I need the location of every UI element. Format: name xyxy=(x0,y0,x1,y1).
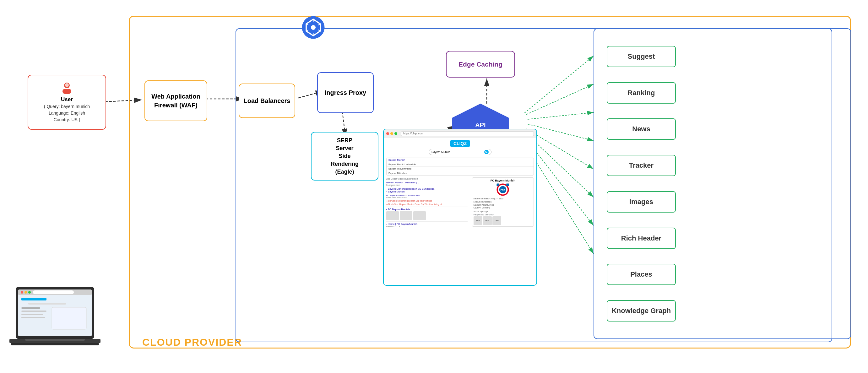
service-ranking: Ranking xyxy=(607,82,676,104)
user-title: User xyxy=(61,96,73,103)
svg-point-31 xyxy=(25,291,27,293)
svg-point-19 xyxy=(486,151,487,153)
svg-point-5 xyxy=(311,25,316,30)
svg-rect-37 xyxy=(21,311,46,312)
browser-address-bar: https://cliqz.com xyxy=(401,131,534,136)
cliqz-logo-area: CLIQZ xyxy=(386,140,534,147)
service-knowledge-graph-label: Knowledge Graph xyxy=(612,307,671,315)
serp-box: SERPServerSideRendering(Eagle) xyxy=(311,132,378,181)
svg-rect-34 xyxy=(21,298,46,301)
laptop-illustration xyxy=(6,284,104,354)
result-item-3: FC Bayern Munich — Saison 2017... Latest… xyxy=(386,194,468,198)
ingress-proxy-box: Ingress Proxy xyxy=(317,72,374,113)
user-box: User ( Query: bayern munichLanguage: Eng… xyxy=(28,75,106,130)
svg-point-14 xyxy=(65,83,69,87)
suggestion-3: Bayern vs Dortmund xyxy=(386,167,533,171)
service-ranking-label: Ranking xyxy=(628,89,655,97)
search-button[interactable] xyxy=(484,150,489,154)
service-images-label: Images xyxy=(629,198,653,206)
search-query: Bayern Munich xyxy=(432,150,450,154)
suggestion-4: Bayern München xyxy=(386,171,533,175)
service-news-label: News xyxy=(632,125,650,133)
service-rich-header-label: Rich Header xyxy=(621,234,661,242)
search-results-left: Alle Bilder Videos Nachrichten Bayern Mu… xyxy=(386,177,468,227)
suggestion-1: Bayern Munich xyxy=(386,158,533,162)
browser-dot-red xyxy=(386,132,389,135)
service-news: News xyxy=(607,118,676,140)
fc-social: Social: f yt in g+ xyxy=(473,210,532,213)
svg-rect-25 xyxy=(497,183,499,186)
result-item-2: • Bayern Mönchengladbach 0:2 Bundesliga … xyxy=(386,187,468,193)
svg-rect-35 xyxy=(28,303,66,305)
suggestions-dropdown: Bayern Munich Bayern Munich schedule Bay… xyxy=(386,158,534,176)
svg-line-20 xyxy=(487,152,487,153)
result-item-5: ● North Sea: Bayern Munich Down On 7th o… xyxy=(386,203,468,205)
waf-label: Web Application Firewall (WAF) xyxy=(145,92,207,110)
result-item-4: ● Borussia Mönchengladbach 2:1 other lis… xyxy=(386,200,468,202)
fc-title: FC Bayern Munich xyxy=(473,179,532,182)
ingress-proxy-label: Ingress Proxy xyxy=(325,88,366,97)
lb-label: Load Balancers xyxy=(244,96,290,105)
edge-caching-label: Edge Caching xyxy=(459,61,502,68)
svg-rect-42 xyxy=(25,339,85,341)
k8s-logo xyxy=(302,16,325,39)
service-images: Images xyxy=(607,191,676,213)
browser-dot-yellow xyxy=(390,132,393,135)
service-tracker: Tracker xyxy=(607,155,676,176)
waf-box: Web Application Firewall (WAF) xyxy=(145,81,207,121)
services-panel: Suggest Ranking News Tracker Images Rich… xyxy=(593,28,851,339)
browser-dot-green xyxy=(395,132,397,135)
service-knowledge-graph: Knowledge Graph xyxy=(607,300,676,321)
fc-details: Date of foundation: Aug 27, 1900 League:… xyxy=(473,197,532,210)
browser-toolbar: https://cliqz.com xyxy=(384,129,536,138)
edge-caching-box: Edge Caching xyxy=(446,51,515,77)
service-rich-header: Rich Header xyxy=(607,228,676,249)
fc-bottom-result: • FC Bayern Munich xyxy=(386,207,468,220)
cliqz-search-bar: Bayern Munich xyxy=(429,149,492,155)
serp-label: SERPServerSideRendering(Eagle) xyxy=(331,136,359,176)
service-places-label: Places xyxy=(630,270,652,279)
service-tracker-label: Tracker xyxy=(629,161,653,169)
suggestion-2: Bayern Munich schedule xyxy=(386,162,533,167)
results-count: Alle Bilder Videos Nachrichten xyxy=(386,177,468,180)
lb-box: Load Balancers xyxy=(239,84,295,118)
service-suggest: Suggest xyxy=(607,46,676,67)
svg-rect-38 xyxy=(21,314,43,315)
cloud-provider-label: CLOUD PROVIDER xyxy=(142,337,242,348)
fc-also-search: People also search for xyxy=(473,214,532,216)
browser-content: CLIQZ Bayern Munich Bayern Munich Bayern… xyxy=(384,138,536,229)
service-places: Places xyxy=(607,264,676,285)
fc-logo: FCB xyxy=(496,183,509,196)
fc-panel: FC Bayern Munich FCB Date of foundation:… xyxy=(472,177,534,227)
user-icon xyxy=(60,81,74,95)
svg-rect-36 xyxy=(21,307,40,309)
cliqz-logo-text: CLIQZ xyxy=(450,140,470,147)
svg-text:API: API xyxy=(475,122,486,128)
svg-rect-43 xyxy=(11,343,99,345)
svg-text:FCB: FCB xyxy=(501,189,505,191)
svg-rect-26 xyxy=(506,183,509,186)
browser-mockup: https://cliqz.com CLIQZ Bayern Munich Ba… xyxy=(383,129,537,286)
diagram-container: CLOUD PROVIDER xyxy=(6,6,862,367)
svg-rect-40 xyxy=(52,307,86,329)
user-details: ( Query: bayern munichLanguage: EnglishC… xyxy=(44,103,90,123)
laptop-svg xyxy=(6,284,104,353)
fc-related: BVB M04 HSV xyxy=(473,216,532,225)
service-suggest-label: Suggest xyxy=(628,53,655,61)
svg-point-32 xyxy=(28,291,31,293)
svg-rect-13 xyxy=(62,89,71,94)
svg-rect-33 xyxy=(33,290,74,294)
svg-rect-39 xyxy=(21,317,45,318)
home-result: • Home | FC Bayern Munich Followers: 221… xyxy=(386,221,468,227)
result-item-1: Bayern Munich | München |... fc-bayern.c… xyxy=(386,181,468,186)
svg-point-30 xyxy=(21,291,23,293)
